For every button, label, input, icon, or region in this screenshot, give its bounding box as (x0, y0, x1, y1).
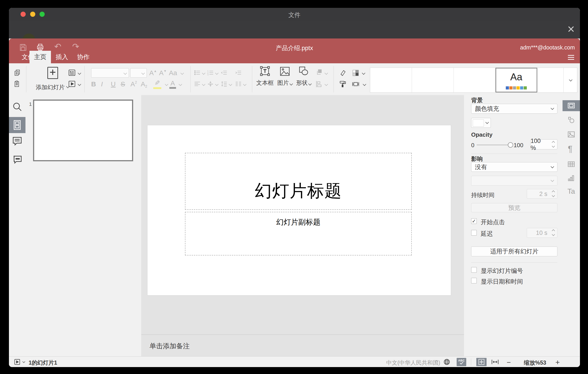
chevron-down-icon[interactable] (165, 83, 168, 86)
font-size-combo[interactable] (130, 68, 147, 78)
textart-settings-icon[interactable]: Ta (567, 187, 575, 196)
search-icon[interactable] (11, 101, 23, 112)
font-name-combo[interactable] (91, 68, 129, 78)
paragraph-settings-icon[interactable]: ¶ (568, 144, 572, 154)
highlight-color-icon[interactable]: ✎ (153, 79, 161, 89)
menu-icon[interactable] (568, 55, 574, 60)
start-slideshow-icon[interactable] (68, 80, 76, 88)
notes-area[interactable]: 单击添加备注 (141, 334, 464, 357)
chevron-down-icon[interactable] (215, 83, 219, 86)
chevron-down-icon[interactable] (215, 71, 219, 75)
effect-select[interactable]: 没有 (471, 162, 557, 172)
italic-icon[interactable]: I (101, 80, 103, 88)
tab-insert[interactable]: 插入 (52, 51, 72, 63)
start-slideshow-status-icon[interactable] (14, 359, 20, 366)
fit-to-slide-icon[interactable] (476, 358, 487, 366)
comments-icon[interactable] (11, 135, 23, 147)
chevron-down-icon[interactable] (362, 71, 366, 75)
chevron-down-icon[interactable] (229, 83, 232, 86)
chart-settings-icon[interactable] (567, 174, 576, 183)
delay-spinner[interactable]: 10 s (527, 228, 557, 238)
table-settings-icon[interactable] (567, 160, 576, 168)
zoom-in-button[interactable]: + (555, 358, 560, 367)
shape-settings-icon[interactable] (567, 116, 576, 124)
chevron-down-icon[interactable] (179, 83, 182, 86)
close-icon[interactable] (567, 25, 576, 34)
chevron-down-icon[interactable] (78, 71, 81, 75)
delay-checkbox[interactable] (471, 230, 477, 236)
bullet-list-icon[interactable] (194, 70, 201, 76)
chevron-down-icon[interactable] (325, 83, 328, 86)
fit-to-width-icon[interactable] (491, 358, 499, 366)
title-placeholder[interactable]: 幻灯片标题 (185, 153, 412, 210)
bold-icon[interactable]: B (91, 80, 96, 88)
copy-icon[interactable] (14, 69, 21, 76)
subtitle-placeholder[interactable]: 幻灯片副标题 (185, 212, 412, 255)
chevron-down-icon[interactable] (243, 83, 247, 86)
columns-icon[interactable] (235, 81, 242, 87)
paint-roller-icon[interactable] (339, 80, 347, 88)
theme-option[interactable] (537, 68, 564, 92)
slide-layout-icon[interactable] (68, 69, 76, 77)
chevron-down-icon[interactable] (78, 83, 81, 86)
insert-image-button[interactable]: 图片 (276, 66, 294, 92)
image-settings-icon[interactable] (567, 130, 576, 138)
fill-type-select[interactable]: 颜色填充 (471, 104, 557, 114)
slide-size-icon[interactable] (352, 80, 360, 88)
slide-thumbnail[interactable] (33, 99, 133, 161)
chevron-down-icon[interactable] (363, 83, 366, 86)
spellcheck-icon[interactable]: ABC (457, 358, 466, 366)
subscript-icon[interactable]: A2 (141, 80, 147, 88)
preview-button[interactable]: 预览 (471, 203, 557, 212)
chevron-down-icon[interactable] (22, 360, 25, 363)
opacity-slider[interactable] (476, 144, 510, 145)
theme-option[interactable] (454, 68, 495, 92)
change-case-icon[interactable]: Aa (169, 69, 177, 77)
superscript-icon[interactable]: A2 (130, 80, 137, 88)
chat-icon[interactable] (11, 153, 23, 165)
opacity-spinner[interactable]: 100 % (530, 139, 557, 149)
chevron-down-icon[interactable] (202, 71, 206, 75)
theme-gallery-expand[interactable] (564, 68, 577, 92)
show-date-checkbox[interactable] (471, 278, 477, 283)
align-shapes-icon[interactable] (315, 80, 323, 88)
start-on-click-checkbox[interactable]: ✓ (471, 218, 477, 224)
line-spacing-icon[interactable] (221, 81, 227, 87)
zoom-out-button[interactable]: − (507, 358, 511, 367)
horizontal-align-icon[interactable] (194, 81, 201, 87)
font-grow-icon[interactable]: A▲ (149, 69, 157, 77)
strikethrough-icon[interactable]: S (121, 80, 125, 88)
vertical-align-icon[interactable] (207, 81, 214, 87)
numbered-list-icon[interactable]: 123 (207, 70, 214, 76)
chevron-down-icon[interactable] (180, 71, 184, 75)
font-shrink-icon[interactable]: A▼ (159, 69, 167, 77)
insert-shape-button[interactable]: 形状 (294, 66, 313, 92)
duration-spinner[interactable]: 2 s (527, 189, 557, 199)
slides-icon[interactable] (11, 119, 23, 131)
chevron-down-icon[interactable] (202, 83, 206, 86)
theme-colors-icon[interactable] (352, 69, 360, 78)
fill-color-swatch[interactable] (471, 118, 491, 128)
increase-indent-icon[interactable] (235, 70, 242, 76)
opacity-slider-thumb[interactable] (508, 142, 513, 148)
theme-option-selected[interactable]: Aa (495, 68, 537, 92)
show-slide-number-checkbox[interactable] (471, 267, 477, 273)
paste-icon[interactable] (14, 80, 21, 87)
font-color-icon[interactable]: A (169, 79, 176, 89)
arrange-icon[interactable] (315, 69, 323, 76)
slide[interactable]: 幻灯片标题 幻灯片副标题 (147, 125, 451, 295)
theme-option[interactable] (412, 68, 454, 92)
decrease-indent-icon[interactable] (221, 70, 227, 76)
insert-textbox-button[interactable]: 文本框 (255, 66, 275, 92)
add-slide-button[interactable]: 添加幻灯片 (36, 66, 69, 92)
theme-option[interactable] (370, 68, 412, 92)
underline-icon[interactable]: U (111, 80, 116, 88)
chevron-down-icon[interactable] (325, 71, 328, 75)
tab-collaboration[interactable]: 协作 (73, 51, 93, 63)
language-label[interactable]: 中文(中华人民共和国) (386, 359, 440, 366)
effect-variant-select[interactable] (471, 176, 557, 186)
tab-home[interactable]: 主页 (30, 51, 51, 63)
globe-icon[interactable] (443, 358, 450, 366)
eraser-icon[interactable] (339, 69, 347, 76)
apply-to-all-button[interactable]: 适用于所有幻灯片 (471, 246, 557, 256)
